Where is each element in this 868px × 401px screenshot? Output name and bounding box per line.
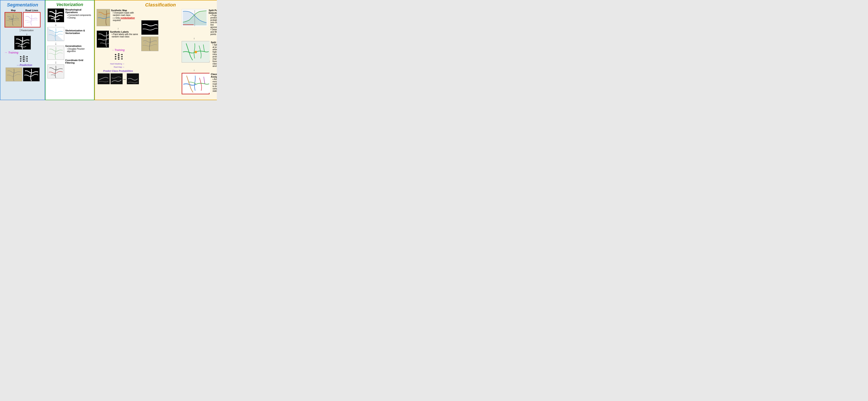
svg-point-50 [118, 57, 119, 58]
svg-line-56 [116, 55, 118, 56]
real-map-image [141, 36, 158, 51]
vec-img-4 [48, 64, 64, 79]
split-chart [182, 9, 207, 26]
vec-arrow-3: ↓ [55, 60, 57, 64]
class-assignment-text: Class Assignment Assign most likely road… [211, 73, 217, 92]
map-image: Hongg [4, 12, 22, 28]
svg-point-15 [26, 58, 28, 60]
split-point-bullet-2: Determine and filter split points [210, 28, 217, 35]
split-lines-image [182, 41, 210, 62]
split-point-title: Split Point Detection [209, 9, 217, 14]
prediction-section: → Prediction [16, 63, 32, 67]
hard-mask-image [141, 20, 158, 35]
down-arrow-1: ↓ [118, 27, 119, 30]
vec-img-1 [48, 8, 64, 22]
cls-middle-column [141, 9, 180, 98]
training-arrow-cls: → Training [112, 49, 125, 52]
svg-point-13 [23, 61, 25, 62]
cls-prob-row: ... [97, 73, 139, 84]
hard-masking-label: Hard Masking [110, 63, 122, 65]
rasterization-arrow-row: Rasterization [11, 29, 33, 32]
road-lines-thumbnail [24, 13, 40, 27]
hard-masking-row: Hard Masking ← [110, 62, 125, 65]
rasterization-label: Rasterization [21, 29, 33, 32]
svg-line-59 [116, 57, 118, 59]
svg-point-47 [115, 58, 116, 60]
svg-point-46 [115, 56, 116, 57]
class-assignment-bullet-1: Assign most likely road class to lines u… [213, 78, 217, 92]
classification-title: Classification [97, 2, 217, 8]
cls-nn-icon [115, 53, 124, 61]
svg-rect-70 [145, 42, 147, 44]
svg-line-61 [119, 54, 121, 55]
morph-bullet-2: Closing [67, 17, 92, 19]
synthetic-labels-text: Synthetic Labels Paint labels with the s… [110, 30, 140, 38]
synthetic-map-title: Synthetic Map [111, 9, 140, 11]
binary-map-image [14, 36, 31, 50]
svg-rect-0 [5, 13, 21, 27]
svg-line-62 [119, 55, 121, 56]
synthetic-map-bullet-2: ▪ Only symbolization required [113, 17, 140, 22]
svg-line-25 [21, 61, 23, 61]
svg-rect-1 [8, 17, 10, 18]
synthetic-labels-image [97, 30, 109, 48]
prediction-label: Prediction [20, 64, 32, 67]
vectorization-title: Vectorization [47, 2, 92, 7]
split-point-text: Split Point Detection Project predicted … [209, 9, 217, 35]
svg-rect-2 [11, 19, 13, 20]
svg-line-20 [21, 56, 23, 59]
svg-line-33 [25, 61, 26, 61]
svg-point-16 [26, 60, 28, 62]
svg-point-10 [23, 55, 25, 57]
synthetic-labels-title: Synthetic Labels [110, 30, 140, 33]
split-point-section: Split Point Detection Project predicted … [182, 9, 217, 35]
svg-line-29 [25, 58, 26, 59]
split-lines-text: Split Lines Split lines at points where … [211, 41, 217, 67]
svg-point-75 [194, 51, 197, 53]
vec-content: ↓ ↓ [47, 8, 92, 98]
class-assignment-section: Class Assignment Assign most likely road… [182, 73, 217, 94]
down-arrow-split: ↓ [193, 37, 217, 40]
road-lines-label: Road Lines [23, 9, 40, 11]
vec-arrow-1: ↓ [55, 23, 57, 27]
real-map-row: Real Map ← [114, 65, 125, 68]
split-lines-section: Split Lines Split lines at points where … [182, 41, 217, 67]
class-assignment-title: Class Assignment [211, 73, 217, 78]
prob-img-1 [97, 73, 110, 84]
synthetic-map-bullet-1: Overpaint roads with random road class [113, 11, 140, 16]
svg-point-45 [115, 54, 116, 55]
svg-point-53 [121, 56, 123, 57]
gen-title: Generalization [65, 45, 92, 47]
map-thumbnail: Hongg [5, 13, 22, 27]
gen-bullet-1: Douglas Peucker algorithm [67, 48, 92, 52]
svg-line-58 [116, 57, 118, 57]
split-point-bullet-1: Project predicted probabilities onto the… [210, 14, 217, 28]
dots-label: ... [123, 77, 126, 80]
training-arrow: → Training [4, 51, 19, 54]
skel-title: Skeletonization & Vectorization [65, 29, 92, 34]
cls-right-column: Split Point Detection Project predicted … [182, 9, 217, 98]
raster-arrow-line [20, 29, 20, 32]
segmentation-title: Segmentation [7, 2, 38, 8]
svg-point-9 [20, 60, 21, 62]
synthetic-map-row: Synthetic Map Overpaint roads with rando… [97, 9, 140, 26]
svg-point-48 [118, 53, 119, 55]
prob-img-2 [110, 73, 122, 84]
raster-arrow-down: ↓ [26, 32, 28, 36]
svg-point-7 [20, 56, 21, 57]
class-assignment-image [182, 73, 210, 94]
svg-line-18 [21, 57, 23, 58]
synthetic-labels-row: Synthetic Labels Paint labels with the s… [97, 30, 140, 48]
svg-line-31 [25, 60, 26, 61]
vectorization-panel: Vectorization ↓ [45, 0, 94, 100]
prob-img-3 [127, 73, 139, 84]
svg-rect-42 [100, 14, 102, 15]
cls-left-column: Synthetic Map Overpaint roads with rando… [97, 9, 140, 98]
morph-bullet-1: Connected components [67, 14, 92, 16]
mask-arrows: Hard Masking ← Real Map ← [110, 62, 125, 68]
svg-line-17 [21, 56, 23, 57]
road-lines-image [23, 12, 40, 28]
seg-images-row: Hongg [4, 12, 40, 28]
neural-net-icon [20, 55, 29, 63]
symbolization-text: symbolization [120, 17, 135, 19]
